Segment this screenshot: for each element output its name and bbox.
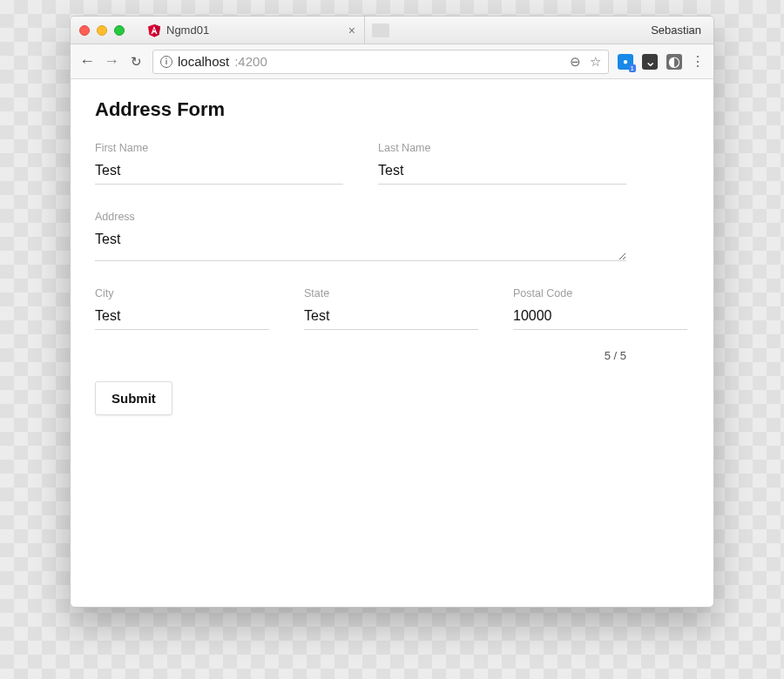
city-label: City	[95, 287, 269, 299]
address-form: First Name Last Name Address City	[95, 142, 626, 415]
forward-button[interactable]: →	[104, 52, 119, 71]
last-name-label: Last Name	[378, 142, 626, 154]
zoom-out-icon[interactable]: ⊖	[570, 54, 581, 70]
extension-icon-3[interactable]: ◐	[666, 54, 682, 70]
close-window-icon[interactable]	[79, 25, 90, 36]
new-tab-thumbnail[interactable]	[372, 24, 389, 37]
maximize-window-icon[interactable]	[114, 25, 125, 36]
city-input[interactable]	[95, 305, 269, 330]
postal-input[interactable]	[513, 305, 687, 330]
angular-favicon-icon	[147, 24, 161, 37]
address-field: Address	[95, 211, 626, 261]
state-field: State	[304, 287, 478, 330]
city-field: City	[95, 287, 269, 330]
address-label: Address	[95, 211, 626, 223]
site-info-icon[interactable]: i	[160, 56, 172, 68]
url-host: localhost	[178, 54, 229, 69]
page-title: Address Form	[95, 98, 689, 121]
tab-title: Ngmd01	[166, 24, 209, 37]
profile-name[interactable]: Sebastian	[651, 24, 705, 37]
browser-window: Ngmd01 × Sebastian ← → ↻ i localhost:420…	[70, 16, 714, 608]
address-bar[interactable]: i localhost:4200 ⊖ ☆	[152, 50, 609, 74]
bookmark-star-icon[interactable]: ☆	[590, 54, 601, 70]
tab-close-icon[interactable]: ×	[348, 24, 355, 37]
postal-field: Postal Code	[513, 287, 687, 330]
first-name-label: First Name	[95, 142, 343, 154]
browser-toolbar: ← → ↻ i localhost:4200 ⊖ ☆ ●1 ⌄ ◐ ⋮	[71, 44, 713, 79]
submit-button[interactable]: Submit	[95, 381, 172, 415]
titlebar: Ngmd01 × Sebastian	[71, 17, 713, 44]
extension-icon-1[interactable]: ●1	[618, 54, 633, 70]
first-name-field: First Name	[95, 142, 343, 185]
browser-tab[interactable]: Ngmd01 ×	[139, 17, 365, 44]
postal-counter: 5 / 5	[95, 349, 626, 362]
address-input[interactable]	[95, 228, 626, 261]
back-button[interactable]: ←	[79, 52, 95, 71]
minimize-window-icon[interactable]	[97, 25, 107, 36]
url-port: :4200	[234, 54, 267, 69]
reload-button[interactable]: ↻	[128, 54, 144, 70]
first-name-input[interactable]	[95, 159, 343, 185]
pocket-extension-icon[interactable]: ⌄	[642, 54, 658, 70]
window-controls	[79, 25, 125, 36]
extensions-row: ●1 ⌄ ◐ ⋮	[618, 54, 705, 70]
page-content: Address Form First Name Last Name Addres…	[71, 79, 713, 607]
extension-badge: 1	[629, 64, 636, 72]
browser-menu-icon[interactable]: ⋮	[691, 55, 705, 69]
postal-label: Postal Code	[513, 287, 687, 299]
last-name-input[interactable]	[378, 159, 626, 185]
last-name-field: Last Name	[378, 142, 626, 185]
state-input[interactable]	[304, 305, 478, 330]
state-label: State	[304, 287, 478, 299]
